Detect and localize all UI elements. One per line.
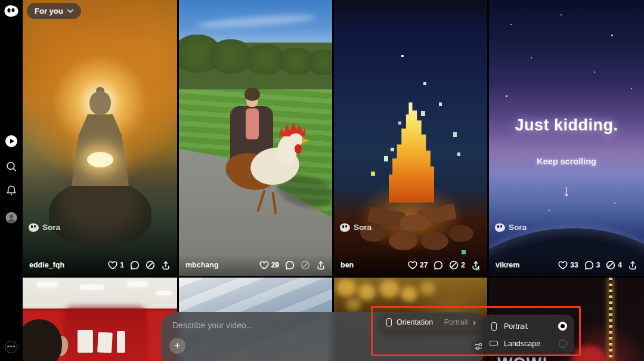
share-button[interactable]	[161, 260, 171, 270]
like-count: 27	[420, 261, 428, 269]
chevron-right-icon: ›	[473, 318, 476, 326]
heart-icon	[558, 260, 568, 270]
remix-icon	[301, 260, 310, 270]
video-overlay-subtitle: Keep scrolling	[489, 157, 644, 166]
card-meta-bar: ben 27 2	[334, 254, 487, 276]
search-icon[interactable]	[5, 160, 18, 173]
down-arrow-glyph: ↓	[489, 182, 644, 200]
video-overlay-title: Just kidding.	[489, 116, 644, 135]
sora-logo-icon	[495, 223, 505, 232]
heart-icon	[408, 260, 417, 270]
like-button[interactable]: 27	[408, 260, 428, 270]
radio-selected[interactable]	[558, 322, 567, 331]
option-landscape[interactable]: Landscape	[482, 335, 574, 352]
card-stats: 33 3 4	[558, 260, 637, 270]
option-label: Portrait	[504, 322, 528, 331]
username[interactable]: mbchang	[185, 261, 219, 269]
like-count: 1	[120, 261, 124, 269]
card-meta-bar: eddie_fqh 1	[23, 254, 177, 276]
video-feed-grid: Sora eddie_fqh 1	[23, 0, 644, 361]
like-button[interactable]: 29	[259, 260, 279, 270]
radio-unselected[interactable]	[559, 340, 567, 348]
option-portrait[interactable]: Portrait	[482, 318, 574, 335]
share-icon	[471, 260, 481, 270]
video-card[interactable]: Sora eddie_fqh 1	[23, 0, 177, 276]
video-card[interactable]: mbchang 29	[179, 0, 332, 276]
share-button[interactable]	[628, 260, 637, 270]
feed-icon[interactable]	[5, 135, 17, 147]
watermark-label: Sora	[509, 223, 527, 232]
feed-selector-label: For you	[35, 7, 63, 15]
more-menu-icon[interactable]: •••	[5, 341, 18, 353]
sidebar: •••	[0, 0, 23, 361]
comment-icon	[434, 260, 443, 270]
video-thumbnail	[334, 0, 487, 276]
video-card[interactable]: Sora ben 27 2	[334, 0, 487, 276]
string-lights	[609, 278, 612, 361]
orientation-menu-item[interactable]: Orientation Portrait ›	[379, 313, 483, 331]
sora-logo-icon	[340, 223, 350, 232]
video-thumbnail: Just kidding. Keep scrolling ↓	[489, 0, 644, 276]
prompt-input-placeholder[interactable]: Describe your video...	[172, 320, 253, 330]
comment-icon	[584, 260, 594, 270]
watermark-label: Sora	[354, 223, 371, 232]
card-stats: 29	[259, 260, 326, 270]
remix-count: 2	[461, 261, 465, 269]
video-card[interactable]: Just kidding. Keep scrolling ↓ Sora vikr…	[489, 0, 644, 276]
profile-avatar[interactable]	[6, 212, 17, 223]
card-stats: 27 2	[408, 260, 481, 270]
comment-button[interactable]	[285, 260, 295, 270]
sora-app: Sora eddie_fqh 1	[0, 0, 644, 361]
share-icon	[316, 260, 326, 270]
sora-logo-icon	[29, 223, 39, 232]
heart-icon	[108, 260, 117, 270]
remix-button[interactable]: 4	[606, 260, 622, 270]
card-meta-bar: vikrem 33 3 4	[489, 254, 644, 276]
remix-button[interactable]	[301, 260, 310, 270]
like-count: 29	[271, 261, 279, 269]
remix-icon	[449, 260, 459, 270]
feed-selector[interactable]: For you	[27, 3, 81, 19]
username[interactable]: vikrem	[496, 261, 519, 269]
remix-icon	[606, 260, 615, 270]
card-stats: 1	[108, 260, 171, 270]
sora-logo-icon[interactable]	[5, 5, 18, 17]
comment-button[interactable]	[130, 260, 140, 270]
comment-icon	[285, 260, 295, 270]
like-button[interactable]: 33	[558, 260, 578, 270]
add-attachment-button[interactable]: +	[169, 338, 185, 354]
sora-watermark: Sora	[340, 223, 371, 232]
share-button[interactable]	[471, 260, 481, 270]
watermark-label: Sora	[42, 223, 60, 232]
remix-button[interactable]	[145, 260, 155, 270]
orientation-label: Orientation	[397, 318, 433, 326]
comment-button[interactable]: 3	[584, 260, 600, 270]
orientation-submenu: Portrait Landscape	[482, 315, 574, 355]
like-button[interactable]: 1	[108, 260, 124, 270]
comment-icon	[130, 260, 140, 270]
sora-watermark: Sora	[495, 223, 527, 232]
username[interactable]: eddie_fqh	[29, 261, 64, 269]
username[interactable]: ben	[340, 261, 354, 269]
option-label: Landscape	[504, 340, 540, 348]
heart-icon	[259, 260, 269, 270]
clipped-overlay-text: WOW!	[497, 354, 548, 361]
chevron-down-icon	[67, 9, 73, 13]
notifications-icon[interactable]	[5, 184, 18, 197]
share-button[interactable]	[316, 260, 326, 270]
phone-portrait-icon	[386, 318, 392, 326]
orientation-value: Portrait	[444, 318, 468, 326]
remix-count: 4	[618, 261, 622, 269]
remix-button[interactable]: 2	[449, 260, 465, 270]
comment-button[interactable]	[434, 260, 443, 270]
phone-portrait-icon	[491, 322, 497, 331]
share-icon	[161, 260, 171, 270]
share-icon	[628, 260, 637, 270]
comment-count: 3	[596, 261, 600, 269]
video-card[interactable]	[23, 278, 177, 361]
video-thumbnail	[23, 278, 177, 361]
like-count: 33	[570, 261, 578, 269]
card-meta-bar: mbchang 29	[179, 254, 332, 276]
video-thumbnail	[23, 0, 177, 276]
sora-watermark: Sora	[29, 223, 60, 232]
